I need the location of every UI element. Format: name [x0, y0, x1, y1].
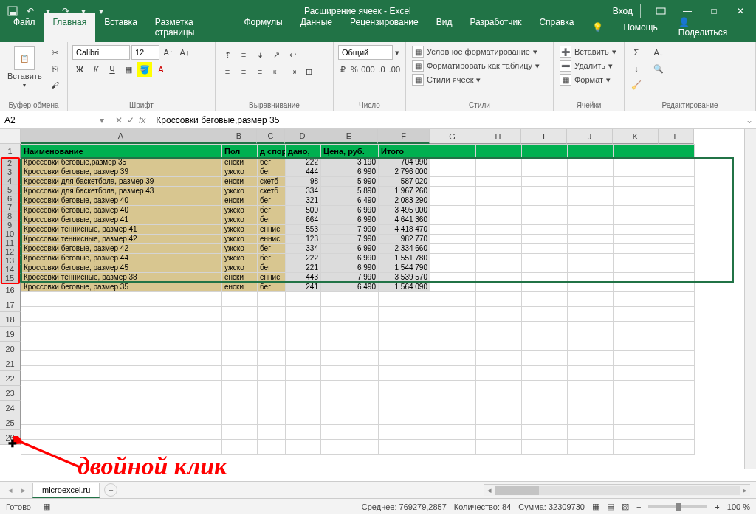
cell[interactable]: енски [222, 158, 258, 167]
cell[interactable] [430, 263, 476, 273]
cell[interactable]: скетб [258, 177, 286, 187]
column-header[interactable]: E [320, 129, 378, 144]
column-header[interactable]: H [475, 129, 521, 144]
cell[interactable] [522, 254, 568, 263]
cell[interactable] [476, 187, 522, 196]
cell[interactable] [222, 395, 258, 410]
cell[interactable] [430, 440, 476, 455]
cell[interactable]: 334 [286, 187, 321, 196]
cell[interactable]: Кроссовки беговые, размер 42 [21, 244, 222, 254]
font-size-select[interactable] [131, 45, 159, 60]
cell[interactable] [522, 395, 568, 410]
cell[interactable] [430, 206, 476, 215]
orientation-icon[interactable]: ↗ [269, 47, 284, 62]
cell[interactable]: 6 490 [321, 283, 379, 292]
cell[interactable] [568, 425, 614, 440]
view-pagebreak-icon[interactable]: ▧ [622, 502, 629, 511]
autosum-icon[interactable]: Σ [629, 45, 644, 60]
percent-icon[interactable]: % [349, 62, 359, 77]
cell[interactable] [222, 307, 258, 322]
cell[interactable] [522, 366, 568, 381]
borders-icon[interactable]: ▦ [121, 62, 136, 77]
row-header[interactable]: 8 [0, 212, 21, 221]
cell[interactable]: 5 890 [321, 187, 379, 196]
cell[interactable] [321, 395, 379, 410]
cell[interactable]: 443 [286, 273, 321, 283]
cell[interactable] [476, 440, 522, 455]
cell[interactable] [659, 395, 695, 410]
cut-icon[interactable]: ✂ [48, 45, 63, 60]
formula-bar[interactable]: Кроссовки беговые,размер 35 [151, 115, 743, 125]
cell[interactable] [522, 158, 568, 167]
row-header[interactable]: 20 [0, 342, 21, 356]
cell[interactable] [659, 254, 695, 263]
cell[interactable]: Цена, руб. [321, 145, 379, 158]
cell[interactable] [286, 381, 321, 395]
insert-cells-button[interactable]: ➕Вставить▾ [558, 45, 619, 58]
cell[interactable] [430, 395, 476, 410]
cell[interactable]: Кроссовки теннисные, размер 41 [21, 225, 222, 235]
cell[interactable] [568, 410, 614, 425]
cell[interactable] [568, 196, 614, 206]
cell[interactable]: 1 551 780 [379, 254, 430, 263]
cell[interactable] [614, 215, 659, 225]
cell[interactable] [659, 225, 695, 235]
cell[interactable] [476, 158, 522, 167]
cell[interactable] [379, 292, 430, 307]
row-header[interactable]: 12 [0, 247, 21, 256]
cell[interactable]: бег [258, 254, 286, 263]
cell-styles-button[interactable]: ▦Стили ячеек▾ [410, 73, 549, 86]
cell[interactable]: 1 967 260 [379, 187, 430, 196]
cell[interactable] [659, 366, 695, 381]
cell[interactable]: Кроссовки беговые, размер 40 [21, 196, 222, 206]
clear-icon[interactable]: 🧹 [629, 77, 644, 92]
row-header[interactable]: 24 [0, 401, 21, 415]
cell[interactable] [286, 351, 321, 366]
column-header[interactable]: J [567, 129, 613, 144]
cell[interactable] [568, 440, 614, 455]
cell[interactable]: 444 [286, 167, 321, 177]
row-header[interactable]: 9 [0, 221, 21, 229]
cell[interactable] [286, 292, 321, 307]
cell[interactable]: еннис [258, 235, 286, 244]
cell[interactable] [614, 158, 659, 167]
cell[interactable] [659, 273, 695, 283]
cell[interactable] [659, 235, 695, 244]
cell[interactable] [222, 410, 258, 425]
cell[interactable]: 241 [286, 283, 321, 292]
cell[interactable] [430, 158, 476, 167]
name-box[interactable]: A2▾ [0, 112, 109, 128]
cell[interactable] [522, 440, 568, 455]
cell[interactable]: 6 990 [321, 263, 379, 273]
accept-edit-icon[interactable]: ✓ [127, 115, 134, 125]
cell[interactable] [476, 225, 522, 235]
cell[interactable]: 7 990 [321, 273, 379, 283]
cell[interactable]: ужско [222, 206, 258, 215]
cell[interactable] [321, 381, 379, 395]
cell[interactable] [614, 196, 659, 206]
cell[interactable] [430, 196, 476, 206]
cell[interactable]: 3 190 [321, 158, 379, 167]
cell[interactable] [522, 177, 568, 187]
cell[interactable] [430, 177, 476, 187]
cell[interactable]: 6 490 [321, 196, 379, 206]
cell[interactable] [476, 244, 522, 254]
cell[interactable] [379, 395, 430, 410]
cell[interactable] [659, 381, 695, 395]
row-header[interactable]: 4 [0, 176, 21, 185]
cell[interactable] [568, 244, 614, 254]
cell[interactable] [286, 440, 321, 455]
cell[interactable] [430, 273, 476, 283]
share-button[interactable]: 👤 Поделиться [670, 13, 747, 42]
cell[interactable] [21, 410, 222, 425]
cell[interactable]: 334 [286, 244, 321, 254]
cell[interactable]: Кроссовки для баскетбола, размер 43 [21, 187, 222, 196]
cell[interactable]: ужско [222, 244, 258, 254]
column-header[interactable]: C [257, 129, 285, 144]
cell[interactable] [522, 167, 568, 177]
wrap-text-icon[interactable]: ↩ [285, 47, 300, 62]
cell[interactable] [614, 244, 659, 254]
cell[interactable] [659, 292, 695, 307]
cell[interactable]: дано, [286, 145, 321, 158]
cell[interactable]: 221 [286, 263, 321, 273]
